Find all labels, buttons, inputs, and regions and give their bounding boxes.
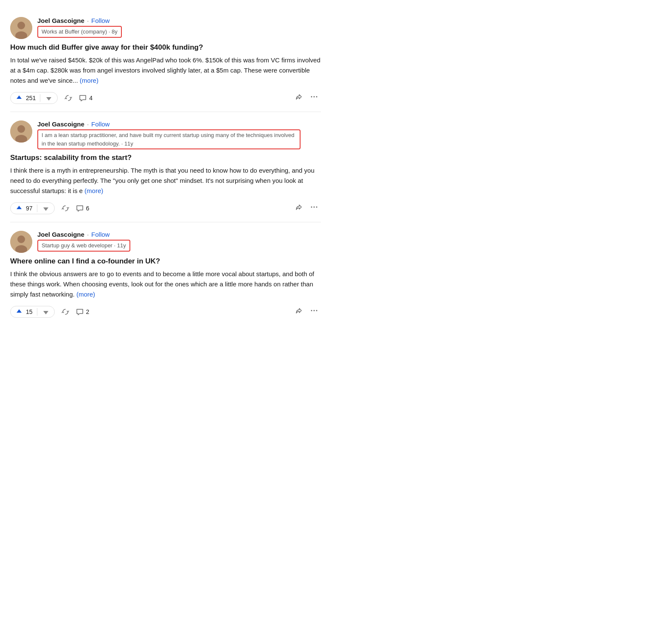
vote-divider — [37, 204, 37, 212]
svg-point-17 — [316, 310, 318, 311]
comment-count: 2 — [86, 308, 90, 315]
question-title: Startups: scalability from the start? — [10, 154, 321, 162]
question-title: How much did Buffer give away for their … — [10, 43, 321, 52]
action-row: 251 4 — [10, 91, 321, 105]
answer-item: Joel Gascoigne · Follow Startup guy & we… — [10, 222, 321, 325]
credential-badge: Works at Buffer (company) · 8y — [37, 26, 122, 38]
avatar — [10, 120, 32, 143]
svg-point-11 — [316, 207, 318, 208]
repost-button[interactable] — [58, 306, 73, 317]
more-options-button[interactable] — [307, 201, 321, 215]
right-actions — [293, 91, 321, 105]
repost-button[interactable] — [61, 92, 76, 104]
author-name-row: Joel Gascoigne · Follow — [37, 17, 122, 24]
follow-button[interactable]: Follow — [91, 231, 110, 238]
upvote-count: 15 — [26, 308, 33, 315]
right-actions — [293, 305, 321, 319]
upvote-button[interactable] — [15, 95, 23, 101]
follow-button[interactable]: Follow — [91, 17, 110, 24]
answer-body: I think there is a myth in entrepreneurs… — [10, 165, 321, 196]
dot-separator: · — [87, 231, 89, 238]
vote-group: 15 — [10, 306, 55, 318]
comment-button[interactable]: 6 — [73, 203, 93, 214]
author-name: Joel Gascoigne — [37, 120, 84, 128]
svg-point-15 — [311, 310, 312, 311]
author-name-row: Joel Gascoigne · Follow — [37, 120, 301, 128]
svg-point-3 — [311, 96, 312, 98]
answer-item: Joel Gascoigne · Follow Works at Buffer … — [10, 8, 321, 112]
author-meta: Joel Gascoigne · Follow I am a lean star… — [37, 120, 301, 149]
question-title: Where online can I find a co-founder in … — [10, 257, 321, 266]
svg-point-16 — [314, 310, 315, 311]
svg-point-5 — [316, 96, 318, 98]
svg-point-9 — [311, 207, 312, 208]
share-button[interactable] — [293, 305, 306, 318]
credential-badge: I am a lean startup practitioner, and ha… — [37, 129, 301, 149]
svg-point-13 — [17, 235, 25, 243]
comment-count: 4 — [89, 95, 93, 101]
author-row: Joel Gascoigne · Follow I am a lean star… — [10, 120, 321, 149]
repost-button[interactable] — [58, 203, 73, 214]
author-meta: Joel Gascoigne · Follow Works at Buffer … — [37, 17, 122, 38]
upvote-count: 97 — [26, 205, 33, 212]
svg-point-10 — [314, 207, 315, 208]
author-name: Joel Gascoigne — [37, 231, 84, 238]
answer-body: In total we've raised $450k. $20k of thi… — [10, 55, 321, 86]
downvote-button[interactable] — [42, 308, 50, 315]
more-options-button[interactable] — [307, 91, 321, 105]
more-link[interactable]: (more) — [84, 187, 103, 194]
upvote-count: 251 — [26, 95, 36, 101]
vote-group: 251 — [10, 92, 58, 104]
action-row: 15 2 — [10, 305, 321, 319]
avatar — [10, 17, 32, 39]
svg-point-4 — [314, 96, 315, 98]
downvote-button[interactable] — [45, 95, 53, 101]
author-meta: Joel Gascoigne · Follow Startup guy & we… — [37, 231, 130, 252]
author-name: Joel Gascoigne — [37, 17, 84, 24]
share-button[interactable] — [293, 91, 306, 104]
answer-body: I think the obvious answers are to go to… — [10, 269, 321, 300]
more-options-button[interactable] — [307, 305, 321, 319]
svg-point-7 — [17, 125, 25, 133]
share-button[interactable] — [293, 202, 306, 215]
comment-button[interactable]: 4 — [76, 92, 96, 104]
vote-divider — [37, 308, 37, 316]
vote-divider — [40, 94, 40, 102]
right-actions — [293, 201, 321, 215]
author-row: Joel Gascoigne · Follow Works at Buffer … — [10, 17, 321, 39]
answer-item: Joel Gascoigne · Follow I am a lean star… — [10, 112, 321, 222]
credential-badge: Startup guy & web developer · 11y — [37, 240, 130, 252]
follow-button[interactable]: Follow — [91, 120, 110, 128]
dot-separator: · — [87, 17, 89, 24]
downvote-button[interactable] — [42, 205, 50, 212]
vote-group: 97 — [10, 202, 55, 214]
comment-button[interactable]: 2 — [73, 306, 93, 317]
more-link[interactable]: (more) — [80, 77, 98, 84]
author-row: Joel Gascoigne · Follow Startup guy & we… — [10, 231, 321, 253]
svg-point-1 — [17, 22, 25, 29]
comment-count: 6 — [86, 205, 90, 212]
more-link[interactable]: (more) — [76, 291, 95, 298]
upvote-button[interactable] — [15, 308, 23, 315]
author-name-row: Joel Gascoigne · Follow — [37, 231, 130, 238]
upvote-button[interactable] — [15, 205, 23, 212]
action-row: 97 6 — [10, 201, 321, 215]
avatar — [10, 231, 32, 253]
dot-separator: · — [87, 120, 89, 128]
